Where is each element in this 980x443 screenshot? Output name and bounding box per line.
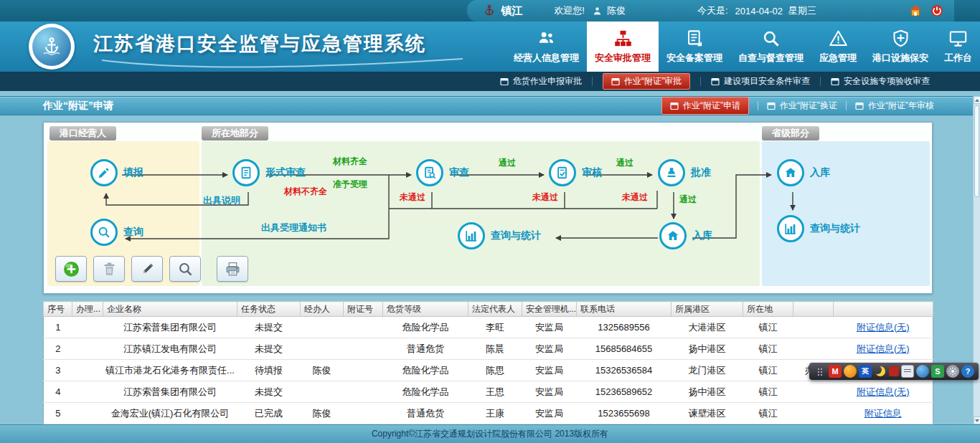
keyboard-icon[interactable] (901, 365, 914, 378)
window-icon (831, 77, 839, 86)
cell-company: 江苏索普集团有限公司 (103, 317, 237, 338)
cell-danger_level: 普通危货 (383, 403, 468, 424)
column-header[interactable]: 经办人 (301, 302, 344, 317)
main-nav: 经营人信息管理 安全审批管理 安全备案管理 自查与督查管理 (506, 22, 980, 72)
subnav-item-construction-safety-review[interactable]: 建设项目安全条件审查 (701, 72, 820, 91)
cell-cert_no (344, 360, 383, 381)
cell-operator (301, 338, 344, 360)
column-header[interactable]: 联系电话 (577, 302, 672, 317)
table-row[interactable]: 1江苏索普集团有限公司未提交危险化学品李旺安监局1325689556大港港区镇江… (44, 317, 933, 338)
drag-grip-icon[interactable] (814, 365, 826, 378)
column-header[interactable] (834, 302, 933, 317)
nav-item-port-security[interactable]: 港口设施保安 (864, 22, 936, 72)
cert-info-link[interactable]: 附证信息 (864, 408, 902, 419)
help-icon[interactable]: ? (961, 365, 974, 378)
cell-legal_rep: 李旺 (468, 317, 522, 338)
tab-attached-cert-annual-review[interactable]: 作业“附证”年审核 (855, 100, 934, 112)
nav-label: 应急管理 (819, 52, 857, 65)
document-search-icon (416, 159, 443, 186)
cell-operator (301, 381, 344, 403)
column-header[interactable]: 法定代表人 (468, 302, 522, 317)
ime-orange-dot-icon[interactable] (844, 365, 857, 378)
scroll-up-button[interactable] (974, 96, 980, 104)
edge-label-fail-1: 未通过 (400, 191, 425, 204)
ime-language-bar: M 英 S ? (809, 363, 979, 380)
column-header[interactable]: 所属港区 (672, 302, 743, 317)
delete-button[interactable] (93, 256, 125, 282)
nav-label: 安全备案管理 (666, 52, 722, 65)
cell-operator: 陈俊 (301, 360, 344, 381)
column-header[interactable]: 序号 (44, 302, 72, 317)
cell-cert_no (344, 403, 383, 424)
edge-label-pass-1: 通过 (499, 157, 516, 169)
scrollbar-thumb[interactable] (974, 105, 979, 197)
night-mode-moon-icon[interactable] (874, 365, 887, 378)
home-button[interactable] (908, 4, 923, 18)
cell-phone: 1325689556 (577, 317, 672, 338)
column-header[interactable]: 企业名称 (103, 302, 237, 317)
cell-extra (793, 403, 834, 424)
page-icon (767, 102, 776, 110)
up-arrow-icon (975, 99, 979, 102)
nav-item-emergency[interactable]: 应急管理 (811, 22, 864, 72)
subnav-item-attached-cert-approval[interactable]: 作业“附证”审批 (603, 73, 690, 90)
page-icon (855, 102, 864, 110)
copyright-text: Copyright©江苏省交通规划设计院股份有限公司 2013版权所有 (372, 428, 608, 440)
subnav-item-safety-facility-acceptance[interactable]: 安全设施专项验收审查 (821, 72, 940, 91)
network-globe-icon[interactable] (916, 365, 929, 378)
cell-handle (72, 360, 103, 381)
print-button[interactable] (217, 256, 248, 282)
cell-status: 已完成 (237, 403, 301, 424)
column-header[interactable]: 危货等级 (383, 302, 468, 317)
cert-info-link[interactable]: 附证信息(无) (857, 322, 910, 333)
nav-label: 安全审批管理 (595, 52, 651, 65)
tab-attached-cert-renew[interactable]: 作业“附证”换证 (767, 100, 837, 112)
cell-danger_level: 普通危货 (383, 338, 468, 360)
cert-info-link[interactable]: 附证信息(无) (857, 386, 910, 397)
table-row[interactable]: 2江苏镇江发电有限公司未提交普通危货陈晨安监局15685684655扬中港区镇江… (44, 338, 933, 360)
cell-handle (72, 403, 103, 424)
app-logo (29, 24, 75, 70)
table-row[interactable]: 5金海宏业(镇江)石化有限公司已完成陈俊普通危货王康安监局1523655698谏… (44, 403, 933, 424)
flow-node-query: 查询 (90, 219, 143, 246)
logout-power-button[interactable] (930, 4, 944, 18)
ime-english-mode-icon[interactable]: 英 (859, 365, 872, 378)
ime-m-icon[interactable]: M (829, 365, 842, 378)
window-icon (611, 77, 620, 86)
nav-item-self-inspection[interactable]: 自查与督查管理 (730, 22, 811, 72)
ime-skin-icon[interactable]: S (931, 365, 944, 378)
cert-info-link[interactable]: 附证信息(无) (857, 343, 910, 354)
title-swoosh-decoration (100, 56, 466, 72)
table-row[interactable]: 3镇江市港龙石化港务有限责任...待填报陈俊危险化学品陈思安监局15326536… (44, 360, 933, 381)
column-header[interactable]: 办理... (72, 302, 103, 317)
column-header[interactable]: 安全管理机... (522, 302, 577, 317)
search-button[interactable] (169, 256, 201, 282)
nav-item-safety-approval[interactable]: 安全审批管理 (587, 22, 659, 72)
subnav-label: 安全设施专项验收审查 (844, 75, 930, 87)
nav-item-workbench[interactable]: 工作台 (936, 22, 980, 72)
settings-gear-icon[interactable] (946, 365, 959, 378)
column-header[interactable]: 任务状态 (237, 302, 301, 317)
subnav-label: 作业“附证”审批 (624, 75, 682, 87)
flow-node-warehouse-province: 入库 (777, 159, 830, 186)
ime-red-tool-icon[interactable] (889, 366, 899, 376)
column-header[interactable]: 所在地 (743, 302, 793, 317)
cell-status: 未提交 (237, 338, 301, 360)
bar-chart-icon (458, 222, 485, 249)
flow-node-label: 形式审查 (265, 166, 306, 179)
table-row[interactable]: 4江苏索普集团有限公司未提交危险化学品王思安监局15236589652扬中港区镇… (44, 381, 933, 403)
flow-node-label: 审核 (582, 166, 602, 179)
column-header[interactable]: 附证号 (344, 302, 383, 317)
add-button[interactable] (55, 256, 87, 282)
column-header[interactable] (793, 302, 834, 317)
flow-node-label: 填报 (123, 166, 143, 179)
subnav-item-dangerous-cargo-approval[interactable]: 危货作业申报审批 (490, 72, 592, 91)
people-icon (537, 29, 556, 48)
nav-item-operator-info[interactable]: 经营人信息管理 (506, 22, 587, 72)
cell-operator: 陈俊 (301, 403, 344, 424)
scroll-down-button[interactable] (974, 416, 980, 424)
trash-icon (101, 261, 118, 277)
nav-item-safety-filing[interactable]: 安全备案管理 (659, 22, 730, 72)
tab-attached-cert-apply[interactable]: 作业“附证”申请 (661, 97, 749, 115)
edit-button[interactable] (131, 256, 163, 282)
